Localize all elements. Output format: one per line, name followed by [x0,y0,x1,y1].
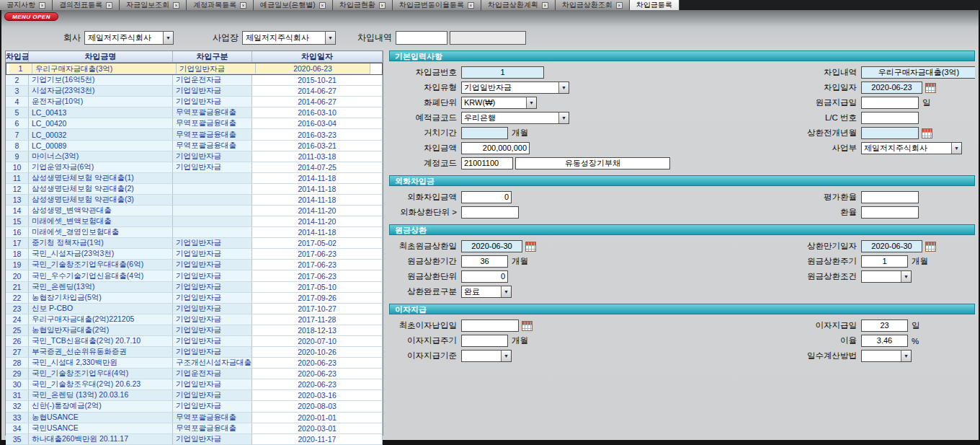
field-select[interactable]: 제일저지주식회사▼ [861,142,962,154]
column-header[interactable]: 차입구분 [173,51,252,63]
chevron-down-icon[interactable]: ▼ [558,82,569,93]
field-input[interactable] [461,127,508,139]
tab-차입금상환계획[interactable]: 차입금상환계획× [481,0,556,10]
table-row[interactable]: 25농협일반자금대출(2억)기업일반자금2018-12-13 [6,325,383,336]
table-row[interactable]: 7LC_00032무역포괄금융대출2016-03-23 [6,129,383,140]
field-input[interactable] [861,206,919,219]
field-input[interactable] [861,191,919,203]
table-row[interactable]: 35하나대출260백만원 20.11.17기업일반자금2020-11-17 [6,434,383,445]
table-row[interactable]: 20국민_우수기술기업신용대출(4억)기업일반자금2017-06-23 [6,270,383,281]
field-input[interactable]: 200,000,000 [461,142,530,154]
field-select[interactable]: KRW(₩)▼ [461,97,537,109]
field-select[interactable]: ▼ [461,350,512,362]
table-row[interactable]: 13삼성생명단체보험 약관대출(3)2014-11-18 [6,195,383,206]
field-input[interactable]: 2020-06-30 [861,240,922,252]
field-input[interactable]: 유동성장기부채 [515,157,670,169]
calendar-icon[interactable] [925,83,936,93]
tab-close-icon[interactable]: × [39,2,45,9]
field-input[interactable]: 3.46 [861,335,908,347]
tab-자금일보조회[interactable]: 자금일보조회× [120,0,187,10]
table-row[interactable]: 27부국증권_선순위유동화증권기업일반자금2020-10-26 [6,347,383,358]
tab-close-icon[interactable]: × [240,2,246,9]
field-input[interactable]: 우리구매자금대출(3억) [861,66,975,79]
field-select[interactable]: 우리은행▼ [461,112,569,124]
tab-차입금등록[interactable]: 차입금등록 [630,0,680,10]
tab-close-icon[interactable]: × [379,2,386,9]
table-row[interactable]: 30국민_기술창조우대(2억) 20.6.23기업일반자금2020-06-23 [6,379,383,390]
calendar-icon[interactable] [922,128,932,138]
table-row[interactable]: 29국민_기술창조기업우대(4억)기업운전자금2020-06-23 [6,369,383,379]
tab-close-icon[interactable]: × [616,2,623,9]
table-row[interactable]: 16미래에셋_경영인보험대출2014-11-18 [6,227,383,238]
table-row[interactable]: 10기업운영자금(6억)기업일반자금2014-07-25 [6,162,383,173]
tab-close-icon[interactable]: × [542,2,548,9]
table-row[interactable]: 14삼성생명_변액약관대출2014-11-20 [6,206,383,216]
table-row[interactable]: 22농협장기차입금(5억)기업일반자금2017-09-26 [6,293,383,304]
table-row[interactable]: 26국민_TCB신용대출(2억) 20.7.10기업일반자금2020-07-10 [6,336,383,347]
tab-close-icon[interactable]: × [319,2,326,9]
column-header[interactable]: 차입일자 [252,51,383,63]
field-input[interactable] [861,97,919,109]
field-select[interactable]: ▼ [861,350,912,362]
table-row[interactable]: 24우리구매자금대출(2억)221205기업일반자금2017-11-28 [6,314,383,325]
table-row[interactable]: 18국민_시설자금(23억3천)기업일반자금2017-06-23 [6,249,383,260]
table-row[interactable]: 6LC_00420무역포괄금융대출2016-03-04 [6,118,383,129]
calendar-icon[interactable] [522,321,533,331]
tab-close-icon[interactable]: × [468,2,474,9]
field-input[interactable]: 36 [461,255,508,268]
field-input[interactable]: 1 [461,66,544,79]
chevron-down-icon[interactable]: ▼ [951,143,961,154]
table-row[interactable]: 12삼성생명단체보험 약관대출(2)2014-11-18 [6,184,383,195]
table-row[interactable]: 8LC_00089무역포괄금융대출2016-03-21 [6,141,383,151]
chevron-down-icon[interactable]: ▼ [163,32,173,44]
field-input[interactable]: 0 [461,191,512,203]
field-input[interactable] [861,127,919,139]
table-row[interactable]: 11삼성생명단체보험 약관대출(1)2014-11-18 [6,173,383,184]
table-row[interactable]: 17중기청 정책자금(1억)기업일반자금2017-05-02 [6,238,383,249]
table-row[interactable]: 2기업기보(16억5천)기업운전자금2015-10-21 [6,75,383,86]
field-input[interactable] [861,112,919,124]
tab-차입금변동이율등록[interactable]: 차입금변동이율등록× [393,0,481,10]
tab-close-icon[interactable]: × [106,2,112,9]
tab-차입금현황[interactable]: 차입금현황× [333,0,393,10]
table-row[interactable]: 31국민_온렌딩 (13억) 20.03.16기업일반자금2020-03-16 [6,390,383,401]
site-select[interactable]: 제일저지주식회사 ▼ [242,31,336,45]
tab-차입금상환조회[interactable]: 차입금상환조회× [556,0,630,10]
table-row[interactable]: 4운전자금(10억)기업일반자금2014-06-27 [6,97,383,107]
chevron-down-icon[interactable]: ▼ [325,32,335,44]
table-row[interactable]: 33농협USANCE무역포괄금융대출2020-01-01 [6,413,383,423]
table-row[interactable]: 15미래에셋_변액보험대출2014-11-20 [6,216,383,227]
field-input[interactable] [461,206,519,219]
table-row[interactable]: 23신보 P-CBO기업일반자금2017-10-27 [6,304,383,314]
chevron-down-icon[interactable]: ▼ [901,351,911,361]
field-input[interactable]: 21001100 [461,157,513,169]
chevron-down-icon[interactable]: ▼ [501,286,511,297]
table-row[interactable]: 34국민USANCE무역포괄금융대출2020-03-01 [6,423,383,434]
chevron-down-icon[interactable]: ▼ [901,271,911,282]
chevron-down-icon[interactable]: ▼ [526,97,536,108]
field-input[interactable]: 0 [461,270,508,283]
field-input[interactable]: 1 [861,255,908,268]
table-row[interactable]: 9마이너스(3억)기업일반자금2011-03-18 [6,151,383,162]
table-row[interactable]: 28국민_시설대 2,330백만원구조개선시설자금대출2020-06-23 [6,358,383,369]
tab-예금일보(은행별)[interactable]: 예금일보(은행별)× [254,0,333,10]
field-input[interactable]: 2020-06-23 [861,81,922,94]
chevron-down-icon[interactable]: ▼ [501,351,511,361]
loan-desc-input-1[interactable] [396,31,447,45]
loan-desc-input-2[interactable] [450,31,526,45]
table-row[interactable]: 3시설자금(23억3천)기업일반자금2014-06-27 [6,86,383,97]
tab-계정과목등록[interactable]: 계정과목등록× [187,0,254,10]
field-select[interactable]: 기업일반자금▼ [461,81,569,94]
column-header[interactable]: 차입금명 [29,51,173,63]
calendar-icon[interactable] [925,242,936,252]
table-row[interactable]: 5LC_00413무역포괄금융대출2016-03-10 [6,107,383,118]
table-row[interactable]: 32신한(-)통장예금(2억)기업일반자금2020-08-03 [6,401,383,412]
chevron-down-icon[interactable]: ▼ [558,113,569,123]
field-input[interactable] [461,320,519,332]
table-row[interactable]: 21국민_온렌딩(13억)기업일반자금2017-05-10 [6,282,383,293]
calendar-icon[interactable] [525,242,536,252]
table-row[interactable]: 19국민_기술창조기업우대대출(6억)기업일반자금2017-06-23 [6,260,383,270]
field-input[interactable]: 23 [861,320,908,332]
column-header[interactable]: 차입금코드 [6,51,29,63]
field-select[interactable]: ▼ [861,270,912,283]
